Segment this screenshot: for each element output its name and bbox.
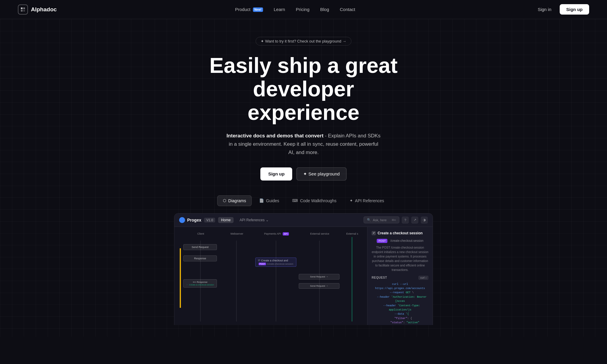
- lifeline-payments: [276, 241, 276, 321]
- lifeline-external: [319, 241, 320, 321]
- diagram-col-webserver: Webserver: [218, 232, 254, 321]
- preview-topbar-left: Progex V1.0 Home API References ⌄: [179, 217, 272, 223]
- sidebar-endpoint-row: POST /create-checkout-session: [372, 238, 428, 243]
- box-response-2: ⟵ Response← /create-a-checkout-session: [183, 279, 217, 288]
- svg-rect-2: [21, 10, 23, 12]
- preview-content: Client Send Request Response ⟵ Response←…: [174, 227, 433, 325]
- nav-item-learn[interactable]: Learn: [274, 7, 285, 12]
- signup-button-hero[interactable]: Sign up: [260, 167, 292, 181]
- diagram-col-external2: External s: [341, 232, 362, 321]
- svg-rect-1: [23, 7, 25, 9]
- diagram-col-client: Client Send Request Response ⟵ Response←…: [182, 232, 218, 321]
- nav-item-blog[interactable]: Blog: [320, 7, 329, 12]
- nav-item-product[interactable]: Product New!: [235, 7, 263, 12]
- svg-rect-3: [23, 10, 25, 12]
- tab-diagrams[interactable]: ⬡ Diagrams: [217, 195, 252, 206]
- box-checkout: ☑ Create a checkout and POST/create-chec…: [255, 258, 296, 267]
- logo-link[interactable]: Alphadoc: [18, 4, 57, 15]
- playground-button[interactable]: ✦ See playground: [296, 167, 346, 181]
- logo-icon: [18, 4, 28, 15]
- sidebar-title: ✓ Create a checkout session: [372, 231, 428, 235]
- guides-icon: 📄: [259, 198, 264, 203]
- sidebar-request-header: REQUEST curl ↕: [372, 276, 428, 280]
- check-icon: ✓: [372, 231, 376, 235]
- api-badge: API: [283, 232, 289, 236]
- navbar: Alphadoc Product New! Learn Pricing Blog…: [0, 0, 607, 19]
- preview-home-tab[interactable]: Home: [218, 217, 234, 223]
- feature-tabs: ⬡ Diagrams 📄 Guides ⌨ Code Walkthroughs …: [6, 195, 601, 206]
- diagram-canvas: Client Send Request Response ⟵ Response←…: [174, 227, 367, 325]
- signup-button-nav[interactable]: Sign up: [560, 4, 589, 15]
- code-block: curl --url https://api.progex.com/accoun…: [372, 282, 428, 325]
- lifeline-webserver: [236, 241, 237, 321]
- hero-subtitle: Interactive docs and demos that convert …: [226, 132, 381, 157]
- hero-title: Easily ship a great developer experience: [199, 54, 408, 125]
- hero-banner[interactable]: ✦ Want to try it first? Check out the pl…: [256, 37, 351, 46]
- preview-topbar-right: 🔍 Ask, here ⌘K ? ↗ ◑: [364, 216, 428, 224]
- curl-selector[interactable]: curl ↕: [418, 276, 428, 280]
- preview-window: Progex V1.0 Home API References ⌄ 🔍 Ask,…: [174, 213, 433, 325]
- search-icon: 🔍: [367, 218, 371, 222]
- api-icon: ✦: [350, 198, 353, 203]
- tab-guides[interactable]: 📄 Guides: [254, 195, 285, 206]
- signin-button[interactable]: Sign in: [534, 4, 556, 14]
- external-link-icon-btn[interactable]: ↗: [411, 216, 418, 224]
- diagram-col-payments: Payments API API ☑ Create a checkout and: [254, 232, 297, 321]
- preview-logo-icon: [179, 217, 185, 223]
- sidebar-description: The POST /create-checkout-session endpoi…: [372, 245, 428, 272]
- logo-text: Alphadoc: [31, 6, 57, 13]
- svg-rect-0: [21, 7, 23, 9]
- post-badge: POST: [259, 263, 266, 265]
- diagrams-icon: ⬡: [223, 198, 226, 203]
- theme-icon-btn[interactable]: ◑: [421, 216, 428, 224]
- preview-diagram: Client Send Request Response ⟵ Response←…: [174, 227, 367, 325]
- nav-links: Product New! Learn Pricing Blog Contact: [235, 7, 355, 12]
- preview-topbar: Progex V1.0 Home API References ⌄ 🔍 Ask,…: [174, 214, 433, 227]
- preview-logo: Progex: [179, 217, 201, 223]
- green-lifeline: [352, 237, 352, 321]
- box-send-request-3: Send Request →: [299, 283, 340, 289]
- yellow-bracket: [180, 248, 181, 308]
- nav-item-pricing[interactable]: Pricing: [296, 7, 309, 12]
- help-icon-btn[interactable]: ?: [402, 216, 409, 224]
- tab-walkthroughs[interactable]: ⌨ Code Walkthroughs: [287, 195, 342, 206]
- preview-search[interactable]: 🔍 Ask, here ⌘K: [364, 216, 399, 223]
- preview-api-panel: ✓ Create a checkout session POST /create…: [367, 227, 433, 325]
- nav-item-contact[interactable]: Contact: [340, 7, 355, 12]
- preview-version[interactable]: V1.0: [204, 218, 215, 222]
- sidebar-endpoint-path: /create-checkout-session: [390, 239, 423, 242]
- hero-ctas: Sign up ✦ See playground: [6, 167, 601, 181]
- box-response-1: Response: [183, 255, 217, 261]
- new-badge: New!: [253, 7, 263, 12]
- hero-section: ✦ Want to try it first? Check out the pl…: [0, 19, 607, 337]
- nav-auth: Sign in Sign up: [534, 4, 589, 15]
- diagram-col-external: External service Send Request → Send Req…: [298, 232, 341, 321]
- box-send-request-1: Send Request: [183, 244, 217, 250]
- preview-api-tab[interactable]: API References ⌄: [237, 217, 271, 223]
- sidebar-method-badge: POST: [377, 239, 388, 243]
- box-send-request-2: Send Request →: [299, 274, 340, 280]
- walkthroughs-icon: ⌨: [292, 198, 298, 203]
- request-label: REQUEST: [372, 276, 387, 279]
- tab-api[interactable]: ✦ API References: [344, 195, 390, 206]
